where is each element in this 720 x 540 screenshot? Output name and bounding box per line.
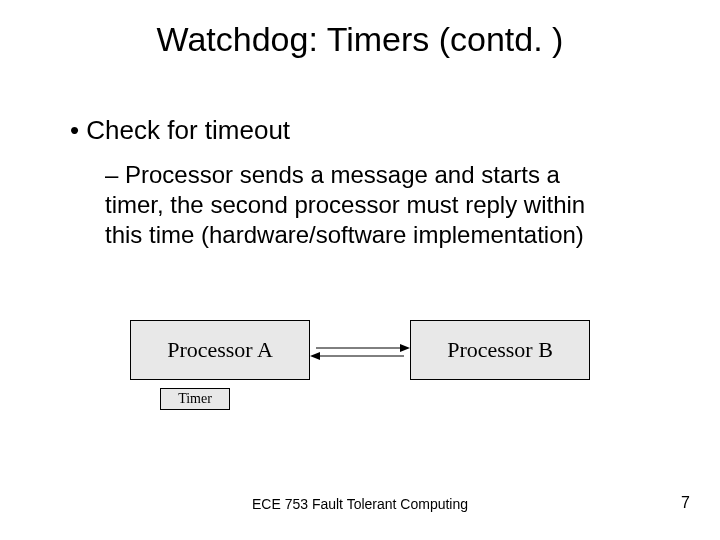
processor-b-box: Processor B (410, 320, 590, 380)
svg-marker-3 (310, 352, 320, 360)
processor-a-label: Processor A (167, 337, 273, 363)
diagram: Processor A Processor B Timer (130, 320, 590, 430)
timer-label: Timer (178, 391, 212, 407)
subbullet-1-text: Processor sends a message and starts a t… (105, 161, 585, 248)
slide-title: Watchdog: Timers (contd. ) (0, 20, 720, 59)
subbullet-1: Processor sends a message and starts a t… (105, 160, 625, 250)
bullet-1-text: Check for timeout (86, 115, 290, 145)
svg-marker-1 (400, 344, 410, 352)
processor-b-label: Processor B (447, 337, 553, 363)
processor-a-box: Processor A (130, 320, 310, 380)
bullet-1: Check for timeout (70, 115, 290, 146)
page-number: 7 (681, 494, 690, 512)
footer-text: ECE 753 Fault Tolerant Computing (0, 496, 720, 512)
timer-box: Timer (160, 388, 230, 410)
bidirectional-arrow-icon (310, 342, 410, 362)
slide: Watchdog: Timers (contd. ) Check for tim… (0, 0, 720, 540)
